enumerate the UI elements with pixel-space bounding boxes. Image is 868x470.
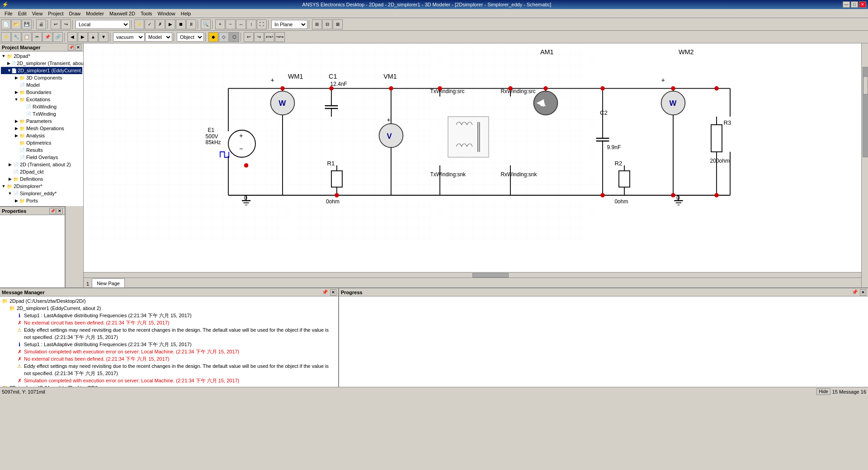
undo-button[interactable]: ↩ xyxy=(51,19,61,29)
svg-text:+: + xyxy=(239,132,243,139)
model-dropdown[interactable]: Model xyxy=(145,33,172,42)
menu-edit[interactable]: Edit xyxy=(15,10,29,17)
tb2-btn-k[interactable]: ◆ xyxy=(208,32,218,42)
menu-tools[interactable]: Tools xyxy=(138,10,155,17)
tb-btn-c[interactable]: ✗ xyxy=(155,19,165,29)
tb-btn-a[interactable]: ⚡ xyxy=(134,19,144,29)
menu-project[interactable]: Project xyxy=(45,10,66,17)
tb-btn-h[interactable]: + xyxy=(215,19,225,29)
tree-boundaries[interactable]: ▶ 📁 Boundaries xyxy=(1,89,82,96)
tree-simplorer-eddy[interactable]: ▼ 📄 Simplorer_eddy* xyxy=(1,190,82,197)
menu-draw[interactable]: Draw xyxy=(66,10,84,17)
tree-2d-simplorer[interactable]: ▶ 📄 2D_simplorer (Transient, about 2) xyxy=(1,60,82,67)
tree-2dsimplorer[interactable]: ▼ 📁 2Dsimplorer* xyxy=(1,183,82,190)
tree-excitations[interactable]: ▼ 📁 Excitations xyxy=(1,96,82,103)
hide-button[interactable]: Hide xyxy=(816,388,830,395)
tree-2dpad-ckt[interactable]: 📄 2Dpad_ckt xyxy=(1,168,82,175)
inplane-dropdown[interactable]: In Plane xyxy=(271,20,307,29)
folder-icon: 📁 xyxy=(6,183,13,189)
tb-btn-i[interactable]: − xyxy=(226,19,236,29)
tree-definitions-1[interactable]: ▶ 📁 Definitions xyxy=(1,175,82,183)
minimize-button[interactable]: — xyxy=(843,1,850,8)
h-scrollbar[interactable] xyxy=(84,272,861,277)
coords-display: 5097mil, Y: 1071mil xyxy=(2,389,45,395)
tb-btn-m[interactable]: ⊞ xyxy=(312,19,322,29)
new-page-tab[interactable]: New Page xyxy=(92,278,125,287)
tb-btn-n[interactable]: ⊟ xyxy=(322,19,332,29)
svg-text:200ohm: 200ohm xyxy=(710,158,730,164)
menu-maxwell2d[interactable]: Maxwell 2D xyxy=(107,10,138,17)
v-scroll-thumb[interactable] xyxy=(863,76,868,94)
prop-header-buttons: 📌 ✕ xyxy=(49,208,63,214)
tb2-btn-d[interactable]: ✂ xyxy=(32,32,42,42)
panel-close-project[interactable]: ✕ xyxy=(75,44,81,51)
toolbar-2: ⚡ 🔧 📋 ✂ 📌 🔗 ◀ ▶ ▲ ▼ vacuum Model Object … xyxy=(0,31,868,43)
tb-btn-f[interactable]: ⏸ xyxy=(186,19,196,29)
file-icon: 📄 xyxy=(19,147,25,153)
tb2-btn-f[interactable]: 🔗 xyxy=(53,32,63,42)
print-button[interactable]: 🖨 xyxy=(36,19,46,29)
prop-close-button[interactable]: ✕ xyxy=(57,208,63,214)
tb2-btn-h[interactable]: ▶ xyxy=(78,32,88,42)
tb2-btn-p[interactable]: ↩↩ xyxy=(264,32,274,42)
open-button[interactable]: 📂 xyxy=(11,19,21,29)
tree-rxwinding[interactable]: 📄 RxWinding xyxy=(1,103,82,110)
save-button[interactable]: 💾 xyxy=(22,19,32,29)
schematic-canvas[interactable]: WM2 AM1 WM1 C1 12.4nF VM1 E1 500V 85kHz … xyxy=(84,43,861,287)
msg-close-button[interactable]: ✕ xyxy=(330,289,336,296)
tb2-btn-b[interactable]: 🔧 xyxy=(11,32,21,42)
new-button[interactable]: 📄 xyxy=(1,19,11,29)
tree-field-overlays[interactable]: 📄 Field Overlays xyxy=(1,154,82,161)
folder-icon: 📁 xyxy=(19,197,25,204)
folder-icon: 📁 xyxy=(6,53,13,59)
menu-window[interactable]: Window xyxy=(155,10,178,17)
tb2-btn-c[interactable]: 📋 xyxy=(22,32,32,42)
tb2-btn-o[interactable]: ↪ xyxy=(254,32,264,42)
tb-btn-d[interactable]: ▶ xyxy=(165,19,175,29)
tb2-btn-q[interactable]: ↪↪ xyxy=(275,32,285,42)
menu-help[interactable]: Help xyxy=(178,10,194,17)
menu-modeler[interactable]: Modeler xyxy=(83,10,107,17)
vacuum-dropdown[interactable]: vacuum xyxy=(113,33,145,42)
tree-analysis[interactable]: ▶ 📁 Analysis xyxy=(1,132,82,139)
tb-btn-l[interactable]: ⛶ xyxy=(257,19,267,29)
tree-3d-components[interactable]: ▶ 📁 3D Components xyxy=(1,74,82,81)
tb-btn-b[interactable]: ✓ xyxy=(145,19,155,29)
tb2-btn-g[interactable]: ◀ xyxy=(67,32,77,42)
tree-2d-simplorer1[interactable]: ▼ 📄 2D_simplorer1 (EddyCurrent, ab xyxy=(1,67,82,74)
tb2-btn-l[interactable]: ◇ xyxy=(219,32,229,42)
tb2-btn-j[interactable]: ▼ xyxy=(99,32,108,42)
h-scroll-thumb[interactable] xyxy=(472,273,509,277)
tb-btn-k[interactable]: ↕ xyxy=(246,19,256,29)
menu-file[interactable]: File xyxy=(2,10,15,17)
tb2-btn-a[interactable]: ⚡ xyxy=(1,32,11,42)
tb2-btn-n[interactable]: ↩ xyxy=(244,32,254,42)
maximize-button[interactable]: □ xyxy=(851,1,858,8)
redo-button[interactable]: ↪ xyxy=(61,19,71,29)
progress-close-button[interactable]: ✕ xyxy=(860,289,866,296)
tb2-btn-m[interactable]: ⬡ xyxy=(229,32,239,42)
tb2-btn-e[interactable]: 📌 xyxy=(42,32,52,42)
tree-2d-transient[interactable]: ▶ 📄 2D (Transient, about 2) xyxy=(1,161,82,168)
tb-btn-o[interactable]: ⊠ xyxy=(333,19,343,29)
tree-mesh-ops[interactable]: ▶ 📁 Mesh Operations xyxy=(1,125,82,132)
menu-view[interactable]: View xyxy=(29,10,46,17)
tree-parameters[interactable]: ▶ 📁 Parameters xyxy=(1,118,82,125)
tree-model[interactable]: 📄 Model xyxy=(1,81,82,89)
tree-2dpad[interactable]: ▼ 📁 2Dpad* xyxy=(1,52,82,60)
tb-btn-e[interactable]: ⏹ xyxy=(176,19,186,29)
tb2-btn-i[interactable]: ▲ xyxy=(88,32,98,42)
tb-btn-j[interactable]: ↔ xyxy=(236,19,246,29)
close-button[interactable]: ✕ xyxy=(859,1,866,8)
tree-optimetrics[interactable]: 📁 Optimetrics xyxy=(1,139,82,146)
tree-txwinding[interactable]: 📄 TxWinding xyxy=(1,110,82,118)
object-dropdown[interactable]: Object xyxy=(177,33,204,42)
prop-pin-button[interactable]: 📌 xyxy=(49,208,56,214)
tree-ports[interactable]: ▶ 📁 Ports xyxy=(1,197,82,204)
local-dropdown[interactable]: Local xyxy=(75,20,130,29)
svg-point-89 xyxy=(389,86,393,91)
tb-btn-g[interactable]: 🔍 xyxy=(201,19,211,29)
tree-results[interactable]: 📄 Results xyxy=(1,146,82,154)
panel-pin-button[interactable]: 📌 xyxy=(68,44,74,51)
v-scrollbar[interactable] xyxy=(863,67,868,157)
